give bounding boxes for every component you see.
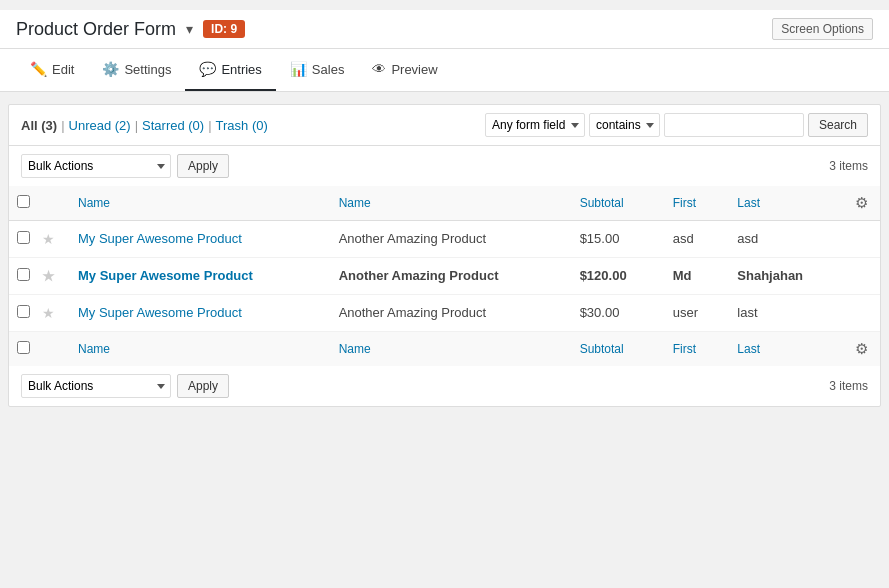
filter-links: All (3) | Unread (2) | Starred (0) | Tra…: [21, 118, 268, 133]
row-checkbox[interactable]: [17, 268, 30, 281]
form-title: Product Order Form: [16, 19, 176, 40]
tab-sales[interactable]: 📊 Sales: [276, 49, 359, 91]
content-area: All (3) | Unread (2) | Starred (0) | Tra…: [8, 104, 881, 407]
row-first: Md: [661, 258, 726, 295]
row-product-name: My Super Awesome Product: [66, 221, 327, 258]
field-select[interactable]: Any form field: [485, 113, 585, 137]
row-product-name2: Another Amazing Product: [327, 258, 568, 295]
bottom-apply-button[interactable]: Apply: [177, 374, 229, 398]
footer-col-name2[interactable]: Name: [327, 332, 568, 367]
table-body: ★ My Super Awesome Product Another Amazi…: [9, 221, 880, 332]
footer-col-last[interactable]: Last: [725, 332, 843, 367]
table-row: ★ My Super Awesome Product Another Amazi…: [9, 295, 880, 332]
select-all-checkbox-footer[interactable]: [17, 341, 30, 354]
footer-settings-col[interactable]: ⚙: [843, 332, 880, 367]
product-name2: Another Amazing Product: [339, 231, 486, 246]
footer-col-name1[interactable]: Name: [66, 332, 327, 367]
row-last: asd: [725, 221, 843, 258]
bottom-bulk-left: Bulk Actions Apply: [21, 374, 229, 398]
filter-starred[interactable]: Starred (0): [142, 118, 204, 133]
row-first: user: [661, 295, 726, 332]
header-col-first[interactable]: First: [661, 186, 726, 221]
row-star-cell: ★: [38, 295, 66, 332]
last-value: last: [737, 305, 757, 320]
settings-icon: ⚙️: [102, 61, 119, 77]
row-last: last: [725, 295, 843, 332]
search-input[interactable]: [664, 113, 804, 137]
entries-icon: 💬: [199, 61, 216, 77]
table-footer-row: Name Name Subtotal First Last ⚙: [9, 332, 880, 367]
header-settings-col[interactable]: ⚙: [843, 186, 880, 221]
product-name-link[interactable]: My Super Awesome Product: [78, 231, 315, 246]
last-value: asd: [737, 231, 758, 246]
row-product-name2: Another Amazing Product: [327, 221, 568, 258]
preview-icon: 👁: [372, 61, 386, 77]
filter-unread[interactable]: Unread (2): [69, 118, 131, 133]
product-name-link[interactable]: My Super Awesome Product: [78, 305, 315, 320]
entries-table: Name Name Subtotal First Last ⚙: [9, 186, 880, 366]
tab-edit[interactable]: ✏️ Edit: [16, 49, 88, 91]
edit-icon: ✏️: [30, 61, 47, 77]
footer-col-first[interactable]: First: [661, 332, 726, 367]
bottom-bulk-bar: Bulk Actions Apply 3 items: [9, 366, 880, 406]
id-badge: ID: 9: [203, 20, 245, 38]
tab-preview-label: Preview: [391, 62, 437, 77]
table-header-row: Name Name Subtotal First Last ⚙: [9, 186, 880, 221]
row-product-name: My Super Awesome Product: [66, 258, 327, 295]
table-settings-icon-footer[interactable]: ⚙: [855, 340, 868, 357]
row-subtotal: $15.00: [568, 221, 661, 258]
tabs-bar: ✏️ Edit ⚙️ Settings 💬 Entries 📊 Sales 👁 …: [0, 49, 889, 92]
search-button[interactable]: Search: [808, 113, 868, 137]
tab-entries[interactable]: 💬 Entries: [185, 49, 275, 91]
top-apply-button[interactable]: Apply: [177, 154, 229, 178]
row-subtotal: $30.00: [568, 295, 661, 332]
row-star-cell: ★: [38, 221, 66, 258]
bottom-items-count: 3 items: [829, 379, 868, 393]
top-bulk-select[interactable]: Bulk Actions: [21, 154, 171, 178]
last-value: Shahjahan: [737, 268, 803, 283]
product-name2: Another Amazing Product: [339, 305, 486, 320]
product-name2: Another Amazing Product: [339, 268, 499, 283]
star-icon[interactable]: ★: [42, 268, 55, 284]
star-icon[interactable]: ★: [42, 231, 55, 247]
select-all-checkbox[interactable]: [17, 195, 30, 208]
table-row: ★ My Super Awesome Product Another Amazi…: [9, 221, 880, 258]
entries-table-wrapper: Name Name Subtotal First Last ⚙: [9, 186, 880, 366]
condition-select[interactable]: contains: [589, 113, 660, 137]
first-value: Md: [673, 268, 692, 283]
bottom-bulk-select[interactable]: Bulk Actions: [21, 374, 171, 398]
top-bulk-bar: Bulk Actions Apply 3 items: [9, 146, 880, 186]
screen-options-button[interactable]: Screen Options: [772, 18, 873, 40]
row-checkbox-cell: [9, 221, 38, 258]
filter-bar: All (3) | Unread (2) | Starred (0) | Tra…: [9, 105, 880, 146]
row-checkbox[interactable]: [17, 231, 30, 244]
first-value: asd: [673, 231, 694, 246]
row-first: asd: [661, 221, 726, 258]
tab-edit-label: Edit: [52, 62, 74, 77]
page-wrapper: Product Order Form ▾ ID: 9 Screen Option…: [0, 0, 889, 588]
header-col-name1[interactable]: Name: [66, 186, 327, 221]
star-icon[interactable]: ★: [42, 305, 55, 321]
row-checkbox[interactable]: [17, 305, 30, 318]
tab-preview[interactable]: 👁 Preview: [358, 49, 451, 91]
header-col-last[interactable]: Last: [725, 186, 843, 221]
filter-right: Any form field contains Search: [485, 113, 868, 137]
sales-icon: 📊: [290, 61, 307, 77]
header-col-name2[interactable]: Name: [327, 186, 568, 221]
chevron-down-icon[interactable]: ▾: [186, 21, 193, 37]
row-checkbox-cell: [9, 258, 38, 295]
subtotal-value: $120.00: [580, 268, 627, 283]
tab-entries-label: Entries: [221, 62, 261, 77]
table-settings-icon[interactable]: ⚙: [855, 194, 868, 211]
product-name-link[interactable]: My Super Awesome Product: [78, 268, 315, 283]
filter-all[interactable]: All (3): [21, 118, 57, 133]
top-items-count: 3 items: [829, 159, 868, 173]
footer-star-col: [38, 332, 66, 367]
filter-trash[interactable]: Trash (0): [216, 118, 268, 133]
row-actions: [843, 258, 880, 295]
header-col-subtotal[interactable]: Subtotal: [568, 186, 661, 221]
row-checkbox-cell: [9, 295, 38, 332]
footer-col-subtotal[interactable]: Subtotal: [568, 332, 661, 367]
row-last: Shahjahan: [725, 258, 843, 295]
tab-settings[interactable]: ⚙️ Settings: [88, 49, 185, 91]
